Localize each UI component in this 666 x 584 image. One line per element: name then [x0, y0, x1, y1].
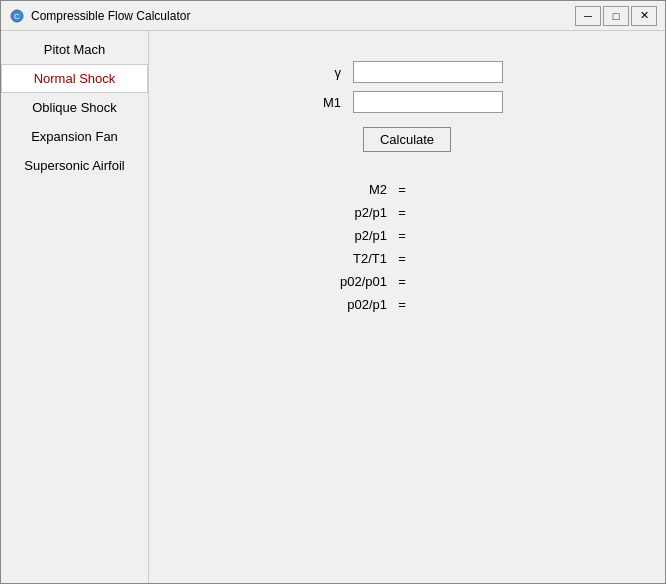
calculate-button[interactable]: Calculate — [363, 127, 451, 152]
content-area: Pitot Mach Normal Shock Oblique Shock Ex… — [1, 31, 665, 583]
result-row-m2: M2 = — [307, 182, 507, 197]
sidebar-item-oblique-shock[interactable]: Oblique Shock — [1, 93, 148, 122]
close-button[interactable]: ✕ — [631, 6, 657, 26]
app-icon: C — [9, 8, 25, 24]
m2-label: M2 — [307, 182, 387, 197]
result-row-rho2rho1: p2/p1 = — [307, 228, 507, 243]
result-row-t2t1: T2/T1 = — [307, 251, 507, 266]
sidebar-item-normal-shock[interactable]: Normal Shock — [1, 64, 148, 93]
result-row-p02p01: p02/p01 = — [307, 274, 507, 289]
app-window: C Compressible Flow Calculator ─ □ ✕ Pit… — [0, 0, 666, 584]
title-bar-left: C Compressible Flow Calculator — [9, 8, 190, 24]
title-bar: C Compressible Flow Calculator ─ □ ✕ — [1, 1, 665, 31]
sidebar-item-supersonic-airfoil[interactable]: Supersonic Airfoil — [1, 151, 148, 180]
p02p01-label: p02/p01 — [307, 274, 387, 289]
results-section: M2 = p2/p1 = p2/p1 = T2/T1 = — [179, 182, 635, 312]
result-row-p2p1: p2/p1 = — [307, 205, 507, 220]
sidebar: Pitot Mach Normal Shock Oblique Shock Ex… — [1, 31, 149, 583]
p02p01-equals: = — [387, 274, 417, 289]
gamma-input[interactable] — [353, 61, 503, 83]
m1-label: M1 — [311, 95, 341, 110]
p2p1-label: p2/p1 — [307, 205, 387, 220]
t2t1-label: T2/T1 — [307, 251, 387, 266]
window-title: Compressible Flow Calculator — [31, 9, 190, 23]
m1-input[interactable] — [353, 91, 503, 113]
gamma-label: γ — [311, 65, 341, 80]
rho2rho1-label: p2/p1 — [307, 228, 387, 243]
m2-equals: = — [387, 182, 417, 197]
svg-text:C: C — [14, 12, 20, 21]
p02p1-label: p02/p1 — [307, 297, 387, 312]
main-area: γ M1 Calculate M2 = p2/p1 = — [149, 31, 665, 583]
p2p1-equals: = — [387, 205, 417, 220]
p02p1-equals: = — [387, 297, 417, 312]
maximize-button[interactable]: □ — [603, 6, 629, 26]
result-row-p02p1: p02/p1 = — [307, 297, 507, 312]
rho2rho1-equals: = — [387, 228, 417, 243]
minimize-button[interactable]: ─ — [575, 6, 601, 26]
input-section: γ M1 Calculate — [179, 61, 635, 152]
sidebar-item-pitot-mach[interactable]: Pitot Mach — [1, 35, 148, 64]
m1-row: M1 — [311, 91, 503, 113]
window-controls: ─ □ ✕ — [575, 6, 657, 26]
sidebar-item-expansion-fan[interactable]: Expansion Fan — [1, 122, 148, 151]
t2t1-equals: = — [387, 251, 417, 266]
gamma-row: γ — [311, 61, 503, 83]
